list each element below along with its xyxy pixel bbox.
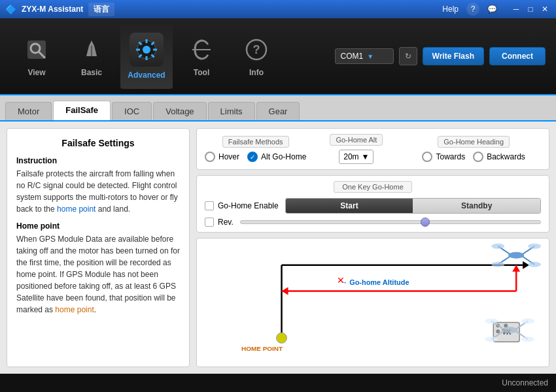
nav-label-tool: Tool	[194, 68, 209, 77]
go-home-enable-checkbox[interactable]	[205, 201, 214, 210]
refresh-button[interactable]: ↻	[399, 47, 417, 65]
failsafe-methods-label: Failsafe Methods	[222, 136, 289, 148]
svg-point-48	[485, 318, 498, 323]
standby-button[interactable]: Standby	[413, 199, 540, 213]
nav-item-info[interactable]: ? Info	[230, 24, 283, 89]
go-home-alt-label: Go-Home Alt	[330, 134, 383, 146]
com-select-arrow: ▼	[367, 53, 374, 60]
nav-item-view[interactable]: View	[10, 24, 63, 89]
panel-title: Failsafe Settings	[16, 138, 180, 148]
alt-go-home-radio[interactable]: ✓	[247, 152, 258, 162]
nav-label-info: Info	[249, 68, 264, 77]
towards-option[interactable]: Towards	[422, 152, 465, 162]
go-home-enable-item[interactable]: Go-Home Enable	[205, 201, 279, 210]
checkmark-icon: ✓	[250, 154, 255, 161]
diagram-box: → Go-home Altitude ✕ TX HOME POINT	[196, 238, 549, 367]
go-home-alt-select[interactable]: 20m ▼	[339, 150, 374, 164]
nav-label-basic: Basic	[81, 68, 102, 77]
home-point-link: home point	[57, 204, 96, 214]
one-key-row: Go-Home Enable Start Standby	[205, 198, 541, 214]
svg-point-34	[508, 252, 524, 259]
svg-point-29	[504, 323, 508, 327]
slider-row: Rev.	[205, 218, 541, 227]
go-home-heading-radio-group: Towards Backwards	[422, 152, 525, 162]
alt-go-home-label: Alt Go-Home	[261, 152, 306, 161]
rev-checkbox[interactable]	[205, 218, 214, 227]
failsafe-radio-group: Hover ✓ Alt Go-Home	[205, 152, 306, 162]
start-button[interactable]: Start	[286, 199, 413, 213]
svg-point-32	[277, 333, 287, 343]
nav-item-basic[interactable]: Basic	[65, 24, 118, 89]
tab-gear[interactable]: Gear	[256, 102, 300, 120]
info-icon: ?	[242, 35, 271, 64]
hover-option[interactable]: Hover	[205, 152, 239, 162]
alt-go-home-option[interactable]: ✓ Alt Go-Home	[247, 152, 306, 162]
svg-text:?: ?	[253, 43, 260, 56]
main-area: Motor FailSafe IOC Voltage Limits Gear F…	[0, 95, 556, 374]
svg-point-51	[521, 336, 534, 342]
svg-point-30	[496, 329, 500, 333]
toolbar-right: COM1 ▼ ↻ Write Flash Connect	[335, 47, 546, 65]
hover-label: Hover	[218, 152, 239, 161]
home-point-text: When GPS Module Data are available befor…	[16, 233, 180, 316]
help-text: Help	[442, 5, 459, 14]
svg-point-49	[521, 318, 534, 323]
tab-voltage[interactable]: Voltage	[153, 102, 206, 120]
close-button[interactable]: ✕	[539, 3, 551, 15]
svg-point-42	[528, 262, 541, 267]
svg-text:HOME POINT: HOME POINT	[241, 345, 283, 352]
write-flash-button[interactable]: Write Flash	[423, 47, 484, 65]
com-port-select[interactable]: COM1 ▼	[335, 48, 394, 64]
slider-track[interactable]	[240, 220, 541, 224]
svg-point-41	[491, 262, 504, 267]
nav-label-view: View	[27, 68, 45, 77]
backwards-label: Backwards	[487, 152, 525, 161]
status-text: Unconnected	[502, 378, 548, 387]
tool-icon	[187, 35, 216, 64]
tab-motor[interactable]: Motor	[5, 102, 52, 120]
status-bar: Unconnected	[0, 374, 556, 392]
towards-radio[interactable]	[422, 152, 432, 162]
app-icon: 🔷	[5, 4, 16, 14]
basic-icon	[77, 35, 106, 64]
backwards-option[interactable]: Backwards	[473, 152, 525, 162]
nav-items: View Basic	[10, 24, 283, 89]
tab-ioc[interactable]: IOC	[112, 102, 152, 120]
connect-button[interactable]: Connect	[489, 47, 546, 65]
slider-thumb[interactable]	[421, 218, 430, 227]
svg-text:✕: ✕	[337, 275, 345, 286]
go-home-alt-value: 20m	[343, 152, 358, 161]
towards-label: Towards	[436, 152, 465, 161]
go-home-alt-arrow: ▼	[362, 152, 370, 161]
advanced-icon-bg	[130, 33, 164, 67]
toolbar: View Basic	[0, 18, 556, 95]
go-home-alt-group: Go-Home Alt 20m ▼	[330, 134, 383, 164]
one-key-box: One Key Go-Home Go-Home Enable Start Sta…	[196, 175, 549, 233]
restore-button[interactable]: □	[525, 3, 536, 15]
left-panel: Failsafe Settings Instruction Failsafe p…	[7, 128, 190, 367]
chat-icon[interactable]: 💬	[487, 5, 497, 14]
help-icon[interactable]: ?	[466, 3, 479, 16]
language-dropdown[interactable]: 语言	[88, 3, 114, 16]
go-home-altitude-label: → Go-home Altitude	[340, 278, 409, 286]
failsafe-methods-group: Failsafe Methods Hover ✓ Alt Go-Home	[205, 136, 306, 162]
backwards-radio[interactable]	[473, 152, 483, 162]
diagram-svg: → Go-home Altitude ✕ TX HOME POINT	[197, 238, 549, 367]
tabs: Motor FailSafe IOC Voltage Limits Gear	[0, 95, 556, 122]
nav-item-tool[interactable]: Tool	[175, 24, 228, 89]
start-standby-bar: Start Standby	[285, 198, 541, 214]
nav-label-advanced: Advanced	[128, 71, 165, 80]
failsafe-row: Failsafe Methods Hover ✓ Alt Go-Home	[205, 134, 541, 164]
svg-point-5	[143, 46, 150, 54]
hover-radio[interactable]	[205, 152, 215, 162]
tab-limits[interactable]: Limits	[208, 102, 255, 120]
rev-item[interactable]: Rev.	[205, 218, 234, 227]
go-home-heading-group: Go-Home Heading Towards Backwards	[406, 136, 541, 162]
minimize-button[interactable]: ─	[510, 3, 522, 15]
failsafe-methods-box: Failsafe Methods Hover ✓ Alt Go-Home	[196, 128, 549, 170]
instruction-text: Failsafe protects the aircraft from fall…	[16, 168, 180, 215]
one-key-label: One Key Go-Home	[334, 181, 412, 193]
window-controls: ─ □ ✕	[510, 3, 551, 15]
tab-failsafe[interactable]: FailSafe	[53, 101, 111, 120]
nav-item-advanced[interactable]: Advanced	[120, 24, 173, 89]
